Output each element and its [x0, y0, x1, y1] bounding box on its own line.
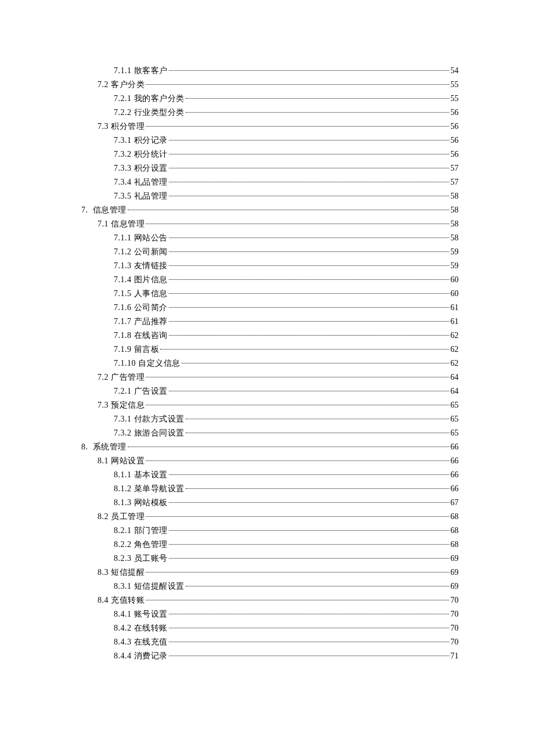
toc-entry: 7.2 客户分类55: [81, 78, 459, 92]
toc-entry-page: 71: [450, 649, 459, 663]
toc-entry: 7.2.1 广告设置64: [81, 384, 459, 398]
toc-entry: 8. 系统管理66: [81, 440, 459, 454]
toc-entry-page: 56: [450, 120, 459, 134]
table-of-contents: 7.1.1 散客客户547.2 客户分类557.2.1 我的客户分类557.2.…: [81, 64, 459, 663]
toc-entry-page: 57: [450, 161, 459, 175]
toc-entry: 7.1.1 散客客户54: [81, 64, 459, 78]
toc-entry-title: 7.2.1 广告设置: [114, 384, 168, 398]
toc-leader: [169, 168, 450, 168]
toc-entry: 7.3.2 积分统计56: [81, 147, 459, 161]
toc-entry: 8.1.1 基本设置66: [81, 468, 459, 482]
toc-entry-page: 58: [450, 203, 459, 217]
toc-entry-page: 61: [450, 315, 459, 329]
toc-entry-title: 7.2.1 我的客户分类: [114, 92, 185, 106]
toc-entry-title: 7.3.2 积分统计: [114, 147, 168, 161]
toc-entry: 7.1.1 网站公告58: [81, 231, 459, 245]
toc-leader: [169, 307, 450, 308]
toc-entry-page: 64: [450, 370, 459, 384]
toc-entry-title: 8.4.3 在线充值: [114, 635, 168, 649]
toc-entry-page: 57: [450, 175, 459, 189]
toc-entry-title: 7.1.4 图片信息: [114, 273, 168, 287]
toc-entry-page: 62: [450, 343, 459, 357]
toc-entry-title: 7.3 积分管理: [98, 120, 145, 134]
toc-entry-title: 8.1.1 基本设置: [114, 468, 168, 482]
toc-leader: [169, 474, 450, 475]
toc-entry-page: 64: [450, 384, 459, 398]
toc-entry-title: 8.2.3 员工账号: [114, 552, 168, 566]
toc-leader: [169, 196, 450, 196]
toc-entry: 7.1.6 公司简介61: [81, 301, 459, 315]
toc-entry: 7.1.7 产品推荐61: [81, 315, 459, 329]
toc-entry: 7.1 信息管理58: [81, 217, 459, 231]
toc-entry: 7.1.5 人事信息60: [81, 287, 459, 301]
toc-leader: [169, 293, 450, 294]
toc-entry-page: 59: [450, 245, 459, 259]
toc-entry: 7.3.1 付款方式设置65: [81, 412, 459, 426]
toc-leader: [169, 391, 450, 391]
toc-leader: [186, 586, 450, 586]
toc-entry-title: 8.1.3 网站模板: [114, 496, 168, 510]
toc-entry-page: 60: [450, 273, 459, 287]
toc-entry: 8.4.2 在线转账70: [81, 621, 459, 635]
toc-leader: [160, 349, 449, 350]
toc-leader: [169, 656, 450, 656]
toc-entry-page: 58: [450, 231, 459, 245]
toc-entry-page: 62: [450, 357, 459, 370]
toc-leader: [146, 600, 449, 600]
toc-leader: [169, 251, 450, 252]
toc-entry-page: 54: [450, 64, 459, 78]
toc-leader: [146, 572, 449, 573]
toc-entry-title: 7.2 广告管理: [98, 370, 145, 384]
toc-leader: [169, 558, 450, 559]
toc-leader: [146, 84, 449, 85]
toc-entry-title: 7.3.3 积分设置: [114, 161, 168, 175]
toc-entry: 8.3 短信提醒69: [81, 566, 459, 579]
toc-leader: [169, 140, 450, 141]
toc-entry: 7.3.2 旅游合同设置65: [81, 426, 459, 440]
toc-entry-title: 7.3.1 积分记录: [114, 134, 168, 147]
toc-entry-page: 65: [450, 426, 459, 440]
toc-leader: [182, 363, 450, 363]
toc-leader: [169, 70, 450, 71]
toc-leader: [146, 516, 449, 517]
toc-entry: 8.1.2 菜单导航设置66: [81, 482, 459, 496]
toc-entry-page: 61: [450, 301, 459, 315]
toc-leader: [169, 614, 450, 614]
toc-leader: [169, 628, 450, 628]
toc-entry: 8.4 充值转账70: [81, 593, 459, 607]
toc-entry-page: 56: [450, 134, 459, 147]
toc-leader: [169, 502, 450, 503]
toc-entry-title: 7.1.10 自定义信息: [114, 357, 181, 370]
toc-entry-page: 56: [450, 147, 459, 161]
toc-entry-page: 70: [450, 635, 459, 649]
toc-entry: 7. 信息管理58: [81, 203, 459, 217]
toc-entry-title: 7.1 信息管理: [98, 217, 145, 231]
toc-entry-title: 7.1.7 产品推荐: [114, 315, 168, 329]
toc-entry: 8.2.1 部门管理68: [81, 524, 459, 538]
toc-entry-page: 66: [450, 454, 459, 468]
toc-entry: 7.1.4 图片信息60: [81, 273, 459, 287]
toc-entry: 7.1.9 留言板62: [81, 343, 459, 357]
toc-leader: [146, 405, 449, 405]
toc-entry: 7.2.1 我的客户分类55: [81, 92, 459, 106]
toc-entry: 7.1.8 在线咨询62: [81, 329, 459, 343]
toc-entry-title: 7.1.8 在线咨询: [114, 329, 168, 343]
toc-leader: [146, 224, 449, 224]
toc-entry-title: 8.3 短信提醒: [98, 566, 145, 579]
toc-entry-title: 7.3.2 旅游合同设置: [114, 426, 185, 440]
toc-entry: 8.4.1 账号设置70: [81, 607, 459, 621]
toc-entry-page: 60: [450, 287, 459, 301]
toc-entry-title: 8.3.1 短信提醒设置: [114, 579, 185, 593]
toc-entry-title: 8.1 网站设置: [98, 454, 145, 468]
toc-entry: 8.3.1 短信提醒设置69: [81, 579, 459, 593]
toc-entry-title: 7.1.2 公司新闻: [114, 245, 168, 259]
toc-leader: [169, 544, 450, 545]
toc-entry: 8.4.4 消费记录71: [81, 649, 459, 663]
toc-entry-title: 7.1.5 人事信息: [114, 287, 168, 301]
toc-entry: 7.1.10 自定义信息62: [81, 357, 459, 370]
toc-leader: [169, 321, 450, 322]
toc-entry-title: 7.3 预定信息: [98, 398, 145, 412]
toc-entry-title: 7.1.1 网站公告: [114, 231, 168, 245]
toc-entry-title: 7.3.1 付款方式设置: [114, 412, 185, 426]
toc-entry-title: 7.1.6 公司简介: [114, 301, 168, 315]
